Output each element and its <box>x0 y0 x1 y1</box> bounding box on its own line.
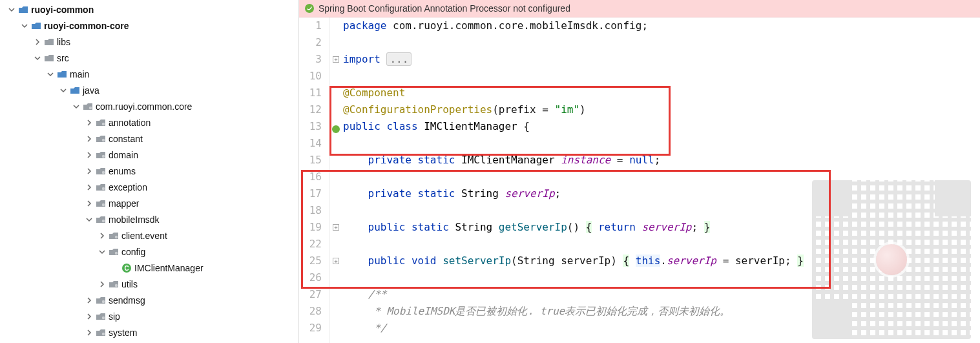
code-line[interactable] <box>343 169 980 185</box>
line-number: 2 <box>299 34 322 51</box>
chevron-down-icon[interactable] <box>6 5 17 15</box>
gutter-annotation <box>330 118 343 135</box>
tree-item-config[interactable]: config <box>0 244 298 260</box>
chevron-down-icon[interactable] <box>45 69 56 79</box>
line-number: 28 <box>299 303 322 320</box>
svg-point-9 <box>115 251 118 254</box>
line-number: 16 <box>299 169 322 185</box>
code-line[interactable]: private static String serverIp; <box>343 185 980 202</box>
chevron-right-icon[interactable] <box>84 150 94 160</box>
project-tree[interactable]: ruoyi-commonruoyi-common-corelibssrcmain… <box>0 0 299 343</box>
spring-bean-gutter-icon[interactable] <box>331 122 340 131</box>
code-line[interactable]: public void setServerIp(String serverIp)… <box>343 253 980 269</box>
tree-item-src[interactable]: src <box>0 50 298 66</box>
chevron-right-icon[interactable] <box>84 327 94 338</box>
svg-point-12 <box>115 284 118 286</box>
tree-item-exception[interactable]: exception <box>0 179 298 195</box>
chevron-down-icon[interactable] <box>58 85 68 96</box>
chevron-down-icon[interactable] <box>71 101 81 112</box>
tree-item-mobileimsdk[interactable]: mobileImsdk <box>0 211 298 227</box>
code-line[interactable]: import ... <box>343 51 980 68</box>
tree-item-label: ruoyi-common <box>31 5 94 15</box>
svg-point-16 <box>305 4 314 13</box>
tree-item-ruoyi-common-core[interactable]: ruoyi-common-core <box>0 17 298 34</box>
fold-toggle-icon[interactable]: + <box>333 224 339 231</box>
chevron-down-icon[interactable] <box>97 247 107 257</box>
tree-item-libs[interactable]: libs <box>0 34 298 50</box>
svg-point-0 <box>89 106 92 109</box>
tree-item-utils[interactable]: utils <box>0 276 298 292</box>
chevron-right-icon[interactable] <box>97 279 107 289</box>
code-line[interactable]: public static String getServerIp() { ret… <box>343 219 980 236</box>
gutter-annotation <box>330 202 343 219</box>
tree-item-label: main <box>70 69 89 79</box>
tree-item-mapper[interactable]: mapper <box>0 195 298 211</box>
chevron-down-icon[interactable] <box>84 214 94 225</box>
tree-item-enums[interactable]: enums <box>0 163 298 179</box>
tree-item-java[interactable]: java <box>0 82 298 98</box>
code-line[interactable]: package com.ruoyi.common.core.mobileImsd… <box>343 17 980 34</box>
chevron-right-icon[interactable] <box>84 166 94 176</box>
code-line[interactable] <box>343 236 980 253</box>
tree-item-system[interactable]: system <box>0 324 298 340</box>
svg-point-5 <box>102 187 105 189</box>
tree-item-ruoyi-common[interactable]: ruoyi-common <box>0 1 298 17</box>
pkg-icon <box>109 231 119 241</box>
chevron-down-icon[interactable] <box>32 53 43 63</box>
code-line[interactable]: * MobileIMSDK是否已被初始化. true表示已初始化完成，否则未初始… <box>343 303 980 320</box>
chevron-right-icon[interactable] <box>97 231 107 241</box>
code-line[interactable]: @Component <box>343 85 980 101</box>
tree-item-label: mobileImsdk <box>109 214 160 225</box>
tree-item-annotation[interactable]: annotation <box>0 114 298 130</box>
code-line[interactable]: @ConfigurationProperties(prefix = "im") <box>343 101 980 118</box>
warning-banner[interactable]: Spring Boot Configuration Annotation Pro… <box>299 0 980 17</box>
pkg-icon <box>96 166 106 176</box>
chevron-right-icon[interactable] <box>84 311 94 322</box>
tree-item-constant[interactable]: constant <box>0 130 298 147</box>
tree-item-label: src <box>57 53 69 63</box>
line-number: 13 <box>299 118 322 135</box>
code-line[interactable]: public class IMClientManager { <box>343 118 980 135</box>
code-line[interactable]: */ <box>343 320 980 337</box>
fold-toggle-icon[interactable]: + <box>333 258 339 264</box>
gutter-annotation <box>330 269 343 286</box>
tree-item-label: libs <box>57 37 70 47</box>
line-number: 19 <box>299 219 322 236</box>
pkg-icon <box>109 247 119 257</box>
srcfold-icon <box>57 69 67 79</box>
fold-toggle-icon[interactable]: + <box>333 56 339 63</box>
line-number: 15 <box>299 152 322 169</box>
line-number: 17 <box>299 185 322 202</box>
chevron-right-icon[interactable] <box>84 134 94 144</box>
tree-item-sip[interactable]: sip <box>0 308 298 324</box>
tree-item-main[interactable]: main <box>0 66 298 82</box>
code-line[interactable] <box>343 269 980 286</box>
line-number: 1 <box>299 17 322 34</box>
code-line[interactable] <box>343 68 980 85</box>
chevron-right-icon[interactable] <box>84 295 94 306</box>
tree-item-com-ruoyi-common-core[interactable]: com.ruoyi.common.core <box>0 98 298 114</box>
code-line[interactable] <box>343 202 980 219</box>
chevron-right-icon[interactable] <box>84 198 94 209</box>
tree-item-label: mapper <box>109 198 139 209</box>
code-line[interactable]: private static IMClientManager instance … <box>343 152 980 169</box>
tree-item-imclientmanager[interactable]: CIMClientManager <box>0 260 298 276</box>
chevron-right-icon[interactable] <box>32 37 43 47</box>
code-area[interactable]: package com.ruoyi.common.core.mobileImsd… <box>343 17 980 343</box>
tree-item-label: domain <box>109 150 138 160</box>
tree-item-client-event[interactable]: client.event <box>0 227 298 244</box>
code-editor[interactable]: 12310111213141516171819222526272829 +++ … <box>299 17 980 343</box>
pkg-icon <box>96 118 106 128</box>
code-line[interactable] <box>343 34 980 51</box>
tree-item-domain[interactable]: domain <box>0 147 298 163</box>
tree-item-sendmsg[interactable]: sendmsg <box>0 292 298 308</box>
chevron-right-icon[interactable] <box>84 182 94 192</box>
code-line[interactable] <box>343 135 980 152</box>
gutter-annotation <box>330 236 343 253</box>
line-number: 14 <box>299 135 322 152</box>
chevron-right-icon[interactable] <box>84 118 94 128</box>
chevron-down-icon[interactable] <box>19 21 30 31</box>
code-line[interactable]: /** <box>343 286 980 303</box>
line-number: 11 <box>299 85 322 101</box>
pkg-icon <box>96 311 106 322</box>
